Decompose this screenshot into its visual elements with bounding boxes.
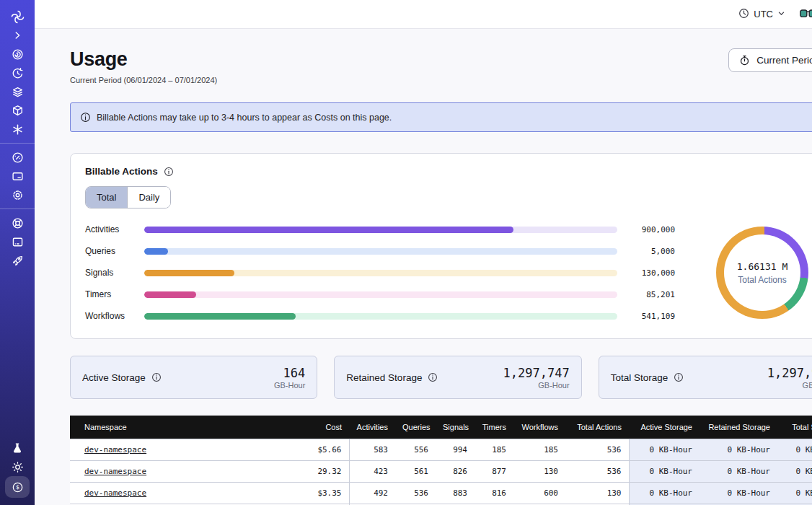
getting-started-rocket-icon[interactable] xyxy=(6,251,29,270)
namespace-link[interactable]: dev-namespace xyxy=(84,488,146,498)
settings-gear-icon[interactable] xyxy=(6,185,29,204)
col-active-storage: Active Storage xyxy=(629,416,700,439)
cell-workflows: 185 xyxy=(513,439,565,461)
sidebar-divider xyxy=(0,208,35,209)
current-period-label: Current Period xyxy=(756,55,812,66)
info-banner-text: Billable Actions may take up to 3-4 hour… xyxy=(97,113,392,123)
usage-gauge-icon[interactable] xyxy=(6,148,29,167)
active-storage-label: Active Storage xyxy=(82,372,146,383)
namespace-usage-table: Namespace Cost Activities Queries Signal… xyxy=(70,416,812,505)
namespace-link[interactable]: dev-namespace xyxy=(84,467,146,476)
temporal-logo-icon[interactable] xyxy=(6,7,29,26)
cell-active-storage: 0 KB-Hour xyxy=(629,439,700,461)
namespaces-icon[interactable] xyxy=(6,45,29,63)
bar-row-activities: Activities 900,000 xyxy=(85,224,675,234)
billable-bar-chart: Activities 900,000 Queries 5,000 Signals… xyxy=(85,224,694,321)
bar-fill xyxy=(144,270,234,276)
cell-total-storage: 0 KB-Hour xyxy=(777,439,812,461)
namespace-link[interactable]: dev-namespace xyxy=(84,445,146,454)
page-title: Usage xyxy=(70,48,217,71)
chevron-down-icon xyxy=(777,9,785,19)
bar-label: Signals xyxy=(85,268,134,278)
cell-retained-storage: 0 KB-Hour xyxy=(700,461,777,483)
info-icon[interactable] xyxy=(428,372,438,382)
bar-label: Queries xyxy=(85,246,134,256)
col-namespace: Namespace xyxy=(70,416,283,439)
bar-row-signals: Signals 130,000 xyxy=(85,268,675,278)
theme-sun-icon[interactable] xyxy=(6,457,29,476)
bar-row-timers: Timers 85,201 xyxy=(85,289,675,299)
total-storage-value: 1,297,910 xyxy=(767,366,812,380)
total-storage-card: Total Storage 1,297,910 GB-Hour xyxy=(599,356,812,399)
billable-view-tabs: Total Daily xyxy=(85,186,171,208)
cell-queries: 556 xyxy=(395,439,436,461)
info-icon[interactable] xyxy=(674,372,684,382)
topbar: UTC xyxy=(35,0,812,29)
donut-ring: 1.66131 M Total Actions xyxy=(716,227,808,319)
labs-flask-icon[interactable] xyxy=(6,439,29,457)
bar-row-queries: Queries 5,000 xyxy=(85,246,675,256)
docs-terminal-icon[interactable] xyxy=(6,232,29,251)
cell-workflows: 130 xyxy=(513,461,565,483)
usage-page: Usage Current Period (06/01/2024 – 07/01… xyxy=(35,29,812,505)
bar-track xyxy=(144,270,617,276)
cube-icon[interactable] xyxy=(6,101,29,120)
table-row: dev-namespace $3.35 492 536 883 816 600 … xyxy=(70,483,812,504)
info-banner: Billable Actions may take up to 3-4 hour… xyxy=(70,102,812,132)
bar-track xyxy=(144,313,617,320)
col-activities: Activities xyxy=(349,416,395,439)
clock-icon xyxy=(738,8,749,21)
cell-total-actions: 536 xyxy=(565,439,629,461)
retained-storage-value: 1,297,747 xyxy=(503,366,570,380)
retained-storage-unit: GB-Hour xyxy=(503,381,570,390)
timezone-selector[interactable]: UTC xyxy=(738,8,785,21)
tab-daily[interactable]: Daily xyxy=(127,187,170,208)
cell-cost: 29.32 xyxy=(283,461,349,483)
billable-actions-card: Billable Actions Total Daily Activities … xyxy=(70,153,812,339)
donut-caption: Total Actions xyxy=(738,275,786,285)
billing-card-icon[interactable] xyxy=(6,167,29,185)
cell-workflows: 600 xyxy=(513,483,565,504)
glasses-icon[interactable] xyxy=(800,9,812,19)
col-retained-storage: Retained Storage xyxy=(700,416,777,439)
usage-dollar-icon[interactable]: $ xyxy=(5,476,30,498)
tab-total[interactable]: Total xyxy=(86,187,127,208)
bar-fill xyxy=(144,227,513,233)
cell-queries: 561 xyxy=(395,461,436,483)
cell-cost: $5.66 xyxy=(283,439,349,461)
cell-total-storage: 0 KB-Hour xyxy=(777,461,812,483)
nexus-asterisk-icon[interactable] xyxy=(6,120,29,139)
layers-icon[interactable] xyxy=(6,82,29,101)
history-icon[interactable] xyxy=(6,63,29,82)
collapse-chevron-icon[interactable] xyxy=(6,26,29,45)
cell-signals: 826 xyxy=(436,461,475,483)
cell-active-storage: 0 KB-Hour xyxy=(629,461,700,483)
active-storage-unit: GB-Hour xyxy=(274,381,305,390)
cell-retained-storage: 0 KB-Hour xyxy=(700,483,777,504)
bar-track xyxy=(144,291,617,298)
page-subtitle: Current Period (06/01/2024 – 07/01/2024) xyxy=(70,76,217,84)
cell-cost: $3.35 xyxy=(283,483,349,504)
cell-timers: 877 xyxy=(475,461,513,483)
bar-fill xyxy=(144,248,168,255)
cell-retained-storage: 0 KB-Hour xyxy=(700,439,777,461)
col-cost: Cost xyxy=(283,416,349,439)
cell-signals: 883 xyxy=(436,483,475,504)
bar-fill xyxy=(144,313,296,320)
cell-active-storage: 0 KB-Hour xyxy=(629,483,700,504)
bar-value: 541,109 xyxy=(627,312,675,321)
col-signals: Signals xyxy=(436,416,475,439)
cell-timers: 816 xyxy=(475,483,513,504)
bar-track xyxy=(144,227,617,233)
total-actions-donut: 1.66131 M Total Actions xyxy=(694,227,812,319)
table-row: dev-namespace 29.32 423 561 826 877 130 … xyxy=(70,461,812,483)
bar-fill xyxy=(144,291,196,298)
info-icon[interactable] xyxy=(151,372,162,382)
info-icon xyxy=(80,112,91,123)
table-header-row: Namespace Cost Activities Queries Signal… xyxy=(70,416,812,439)
bar-value: 85,201 xyxy=(627,290,675,299)
bar-value: 900,000 xyxy=(627,225,675,234)
support-lifebuoy-icon[interactable] xyxy=(6,214,29,232)
info-icon[interactable] xyxy=(164,167,174,177)
current-period-button[interactable]: Current Period xyxy=(728,48,812,72)
